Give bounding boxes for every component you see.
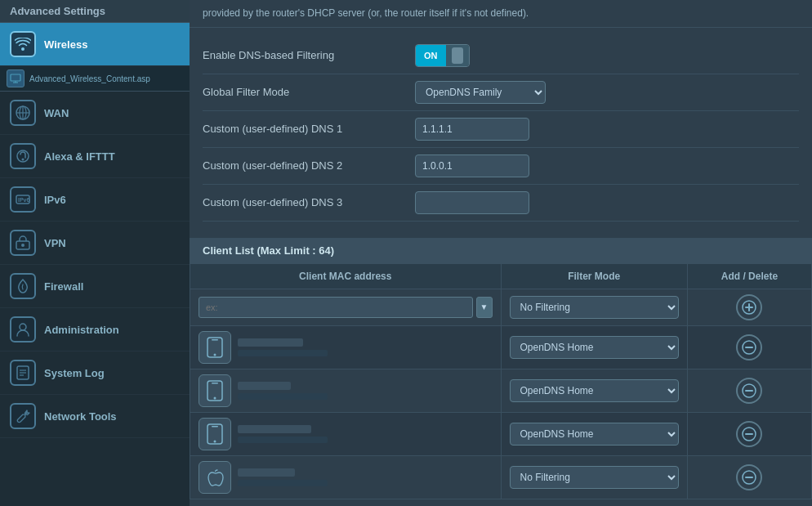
new-client-row: ▼ No Filtering OpenDNS Home OpenDNS Fami… (190, 289, 812, 325)
dns2-label: Custom (user-defined) DNS 2 (203, 159, 415, 172)
client-1-device (199, 331, 493, 364)
client-4-del-cell (687, 455, 811, 499)
global-filter-label: Global Filter Mode (203, 86, 415, 98)
client-row-2: OpenDNS Home No Filtering OpenDNS Family (190, 369, 812, 412)
new-client-filter-select[interactable]: No Filtering OpenDNS Home OpenDNS Family… (510, 296, 679, 319)
settings-section: Enable DNS-based Filtering ON Global Fil… (190, 28, 812, 231)
url-text: Advanced_Wireless_Content.asp (29, 74, 150, 83)
client-2-filter-cell: OpenDNS Home No Filtering OpenDNS Family (501, 369, 687, 412)
toggle-knob (452, 47, 463, 64)
svg-rect-22 (212, 339, 218, 341)
client-3-mac-cell (190, 412, 502, 455)
client-1-mac (238, 350, 328, 356)
client-1-icon (199, 331, 231, 364)
new-client-add-cell (687, 289, 811, 325)
sidebar-item-label-alexa: Alexa & IFTTT (44, 150, 115, 163)
client-4-name (238, 468, 295, 477)
admin-icon (10, 316, 36, 343)
dns-toggle[interactable]: ON (415, 44, 470, 67)
client-list-header: Client List (Max Limit : 64) (190, 238, 812, 263)
svg-rect-27 (212, 383, 218, 384)
svg-rect-32 (212, 426, 218, 428)
client-3-text (238, 425, 328, 443)
client-3-device (199, 418, 493, 450)
global-filter-select[interactable]: OpenDNS Family OpenDNS Home No Filtering… (415, 81, 546, 104)
client-4-icon (199, 461, 231, 494)
alexa-icon (10, 143, 36, 169)
new-client-mac-cell: ▼ (190, 289, 502, 325)
firewall-icon (10, 273, 36, 299)
svg-point-33 (214, 440, 216, 442)
dns2-input[interactable] (415, 154, 529, 177)
client-1-del-cell (687, 325, 811, 369)
sidebar-item-syslog[interactable]: System Log (0, 352, 190, 395)
dns1-row: Custom (user-defined) DNS 1 (203, 111, 799, 148)
sidebar-header: Advanced Settings (0, 0, 190, 23)
toggle-container[interactable]: ON (415, 44, 470, 67)
sidebar-item-ipv6[interactable]: IPv6 IPv6 (0, 178, 190, 222)
client-2-filter-select[interactable]: OpenDNS Home No Filtering OpenDNS Family (510, 379, 679, 402)
svg-point-29 (743, 384, 756, 397)
svg-point-18 (743, 301, 756, 314)
dns3-label: Custom (user-defined) DNS 3 (203, 196, 415, 208)
sidebar-item-firewall[interactable]: Firewall (0, 265, 190, 308)
client-3-filter-select[interactable]: OpenDNS Home No Filtering OpenDNS Family (510, 423, 679, 446)
delete-client-4-button[interactable] (736, 464, 762, 490)
main-content: provided by the router's DHCP server (or… (190, 0, 812, 506)
svg-point-34 (743, 428, 756, 441)
globe-icon (10, 100, 36, 126)
sidebar-item-wireless[interactable]: Wireless (0, 23, 190, 66)
new-mac-input[interactable] (199, 297, 473, 318)
client-1-mac-cell (190, 325, 502, 369)
client-table: Client MAC address Filter Mode Add / Del… (190, 263, 812, 499)
client-3-mac (238, 437, 328, 443)
dns2-row: Custom (user-defined) DNS 2 (203, 148, 799, 185)
url-icon (7, 69, 25, 87)
sidebar-item-wan[interactable]: WAN (0, 92, 190, 135)
dns3-input[interactable] (415, 191, 529, 214)
client-2-name (238, 382, 291, 390)
sidebar-item-vpn[interactable]: VPN (0, 222, 190, 265)
sidebar-item-label-syslog: System Log (44, 367, 105, 379)
svg-point-24 (743, 341, 756, 354)
sidebar-item-label-tools: Network Tools (44, 410, 117, 423)
client-4-filter-select[interactable]: No Filtering OpenDNS Home OpenDNS Family (510, 466, 679, 489)
svg-point-8 (22, 159, 25, 161)
sidebar-item-administration[interactable]: Administration (0, 308, 190, 352)
wifi-icon (10, 31, 36, 57)
delete-client-3-button[interactable] (736, 421, 762, 447)
client-row-1: OpenDNS Home No Filtering OpenDNS Family (190, 325, 812, 369)
top-note: provided by the router's DHCP server (or… (190, 0, 812, 28)
syslog-icon (10, 360, 36, 386)
svg-point-13 (20, 324, 26, 330)
client-4-filter-cell: No Filtering OpenDNS Home OpenDNS Family (501, 455, 687, 499)
client-2-device (199, 374, 493, 407)
sidebar-item-alexa[interactable]: Alexa & IFTTT (0, 135, 190, 178)
vpn-icon (10, 230, 36, 256)
client-4-text (238, 468, 328, 486)
delete-client-1-button[interactable] (736, 334, 762, 360)
new-client-filter-cell: No Filtering OpenDNS Home OpenDNS Family… (501, 289, 687, 325)
client-1-text (238, 338, 328, 356)
client-4-device (199, 461, 493, 494)
dns1-input[interactable] (415, 118, 529, 141)
client-2-mac-cell (190, 369, 502, 412)
client-3-del-cell (687, 412, 811, 455)
dns1-label: Custom (user-defined) DNS 1 (203, 123, 415, 135)
add-client-button[interactable] (736, 294, 762, 320)
svg-point-12 (21, 244, 25, 247)
client-2-mac (238, 393, 328, 400)
client-3-icon (199, 418, 231, 450)
sidebar-item-label-ipv6: IPv6 (44, 194, 66, 206)
client-3-name (238, 425, 311, 433)
client-1-filter-select[interactable]: OpenDNS Home No Filtering OpenDNS Family (510, 336, 679, 359)
toggle-on-label: ON (416, 45, 446, 66)
col-action: Add / Delete (687, 263, 811, 289)
toggle-switch[interactable] (446, 44, 469, 67)
sidebar-item-network-tools[interactable]: Network Tools (0, 395, 190, 438)
dns3-row: Custom (user-defined) DNS 3 (203, 185, 799, 222)
mac-dropdown-button[interactable]: ▼ (476, 297, 493, 318)
delete-client-2-button[interactable] (736, 378, 762, 404)
client-row-3: OpenDNS Home No Filtering OpenDNS Family (190, 412, 812, 455)
sidebar-item-label-wireless: Wireless (44, 38, 87, 51)
